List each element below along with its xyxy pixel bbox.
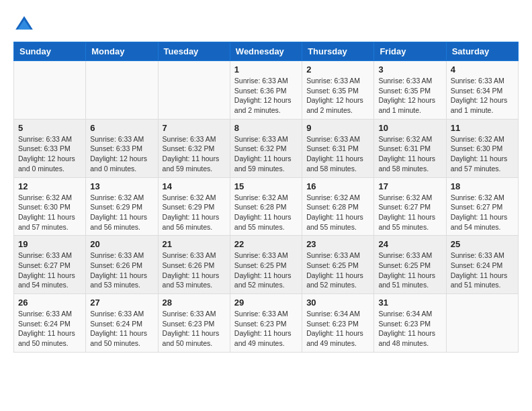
- calendar-cell: 1Sunrise: 6:33 AMSunset: 6:36 PMDaylight…: [230, 61, 302, 120]
- day-number: 9: [306, 123, 369, 133]
- day-info: Sunrise: 6:33 AMSunset: 6:27 PMDaylight:…: [18, 250, 81, 290]
- day-info: Sunrise: 6:32 AMSunset: 6:29 PMDaylight:…: [90, 193, 153, 232]
- day-number: 23: [306, 239, 369, 249]
- day-number: 13: [90, 181, 153, 191]
- days-of-week-row: SundayMondayTuesdayWednesdayThursdayFrid…: [14, 42, 519, 61]
- day-info: Sunrise: 6:33 AMSunset: 6:36 PMDaylight:…: [234, 76, 298, 116]
- day-number: 21: [163, 239, 226, 249]
- calendar-cell: 18Sunrise: 6:32 AMSunset: 6:27 PMDayligh…: [446, 177, 518, 236]
- day-number: 22: [234, 239, 298, 249]
- day-info: Sunrise: 6:33 AMSunset: 6:33 PMDaylight:…: [90, 134, 153, 174]
- calendar-cell: 16Sunrise: 6:32 AMSunset: 6:28 PMDayligh…: [302, 177, 374, 236]
- calendar-cell: 20Sunrise: 6:33 AMSunset: 6:26 PMDayligh…: [86, 236, 158, 294]
- calendar-week-row: 12Sunrise: 6:32 AMSunset: 6:30 PMDayligh…: [14, 177, 519, 236]
- calendar-header: SundayMondayTuesdayWednesdayThursdayFrid…: [14, 42, 519, 61]
- day-number: 15: [234, 181, 298, 191]
- day-info: Sunrise: 6:33 AMSunset: 6:32 PMDaylight:…: [163, 134, 226, 174]
- day-info: Sunrise: 6:32 AMSunset: 6:27 PMDaylight:…: [378, 193, 441, 232]
- day-number: 27: [90, 298, 153, 308]
- day-info: Sunrise: 6:32 AMSunset: 6:27 PMDaylight:…: [451, 193, 514, 232]
- day-number: 2: [306, 64, 369, 75]
- day-of-week-header: Tuesday: [158, 42, 230, 61]
- day-info: Sunrise: 6:33 AMSunset: 6:25 PMDaylight:…: [306, 250, 369, 290]
- calendar-body: 1Sunrise: 6:33 AMSunset: 6:36 PMDaylight…: [14, 61, 519, 353]
- day-number: 4: [451, 64, 514, 75]
- day-number: 31: [378, 298, 441, 308]
- calendar-week-row: 5Sunrise: 6:33 AMSunset: 6:33 PMDaylight…: [14, 119, 519, 177]
- calendar-cell: 11Sunrise: 6:32 AMSunset: 6:30 PMDayligh…: [446, 119, 518, 177]
- calendar-cell: 24Sunrise: 6:33 AMSunset: 6:25 PMDayligh…: [374, 236, 446, 294]
- day-number: 16: [306, 181, 369, 191]
- day-number: 24: [378, 239, 441, 249]
- calendar-cell: 27Sunrise: 6:33 AMSunset: 6:24 PMDayligh…: [86, 294, 158, 353]
- day-number: 3: [378, 64, 441, 75]
- day-of-week-header: Wednesday: [230, 42, 302, 61]
- calendar-cell: 3Sunrise: 6:33 AMSunset: 6:35 PMDaylight…: [374, 61, 446, 120]
- day-number: 7: [163, 123, 226, 133]
- day-of-week-header: Monday: [86, 42, 158, 61]
- day-of-week-header: Friday: [374, 42, 446, 61]
- logo: [13, 13, 39, 35]
- calendar-cell: 2Sunrise: 6:33 AMSunset: 6:35 PMDaylight…: [302, 61, 374, 120]
- day-info: Sunrise: 6:33 AMSunset: 6:24 PMDaylight:…: [18, 309, 81, 349]
- day-info: Sunrise: 6:32 AMSunset: 6:30 PMDaylight:…: [451, 134, 514, 174]
- day-info: Sunrise: 6:32 AMSunset: 6:30 PMDaylight:…: [18, 193, 81, 232]
- day-info: Sunrise: 6:33 AMSunset: 6:23 PMDaylight:…: [234, 309, 298, 349]
- calendar-cell: [14, 61, 86, 120]
- day-info: Sunrise: 6:32 AMSunset: 6:29 PMDaylight:…: [163, 193, 226, 232]
- day-info: Sunrise: 6:33 AMSunset: 6:34 PMDaylight:…: [451, 76, 514, 116]
- calendar-cell: 14Sunrise: 6:32 AMSunset: 6:29 PMDayligh…: [158, 177, 230, 236]
- page-header: [13, 13, 519, 35]
- day-number: 19: [18, 239, 81, 249]
- calendar-week-row: 26Sunrise: 6:33 AMSunset: 6:24 PMDayligh…: [14, 294, 519, 353]
- day-number: 18: [451, 181, 514, 191]
- day-info: Sunrise: 6:33 AMSunset: 6:23 PMDaylight:…: [163, 309, 226, 349]
- calendar-cell: 8Sunrise: 6:33 AMSunset: 6:32 PMDaylight…: [230, 119, 302, 177]
- calendar-cell: 13Sunrise: 6:32 AMSunset: 6:29 PMDayligh…: [86, 177, 158, 236]
- calendar-cell: 17Sunrise: 6:32 AMSunset: 6:27 PMDayligh…: [374, 177, 446, 236]
- calendar-cell: 5Sunrise: 6:33 AMSunset: 6:33 PMDaylight…: [14, 119, 86, 177]
- day-number: 10: [378, 123, 441, 133]
- day-info: Sunrise: 6:32 AMSunset: 6:28 PMDaylight:…: [234, 193, 298, 232]
- day-info: Sunrise: 6:33 AMSunset: 6:25 PMDaylight:…: [234, 250, 298, 290]
- day-info: Sunrise: 6:33 AMSunset: 6:24 PMDaylight:…: [90, 309, 153, 349]
- day-number: 29: [234, 298, 298, 308]
- day-info: Sunrise: 6:33 AMSunset: 6:31 PMDaylight:…: [306, 134, 369, 174]
- day-of-week-header: Sunday: [14, 42, 86, 61]
- calendar-cell: 29Sunrise: 6:33 AMSunset: 6:23 PMDayligh…: [230, 294, 302, 353]
- calendar-cell: 4Sunrise: 6:33 AMSunset: 6:34 PMDaylight…: [446, 61, 518, 120]
- calendar-week-row: 1Sunrise: 6:33 AMSunset: 6:36 PMDaylight…: [14, 61, 519, 120]
- day-number: 8: [234, 123, 298, 133]
- day-info: Sunrise: 6:32 AMSunset: 6:28 PMDaylight:…: [306, 193, 369, 232]
- day-number: 1: [234, 64, 298, 75]
- day-number: 11: [451, 123, 514, 133]
- calendar-cell: 19Sunrise: 6:33 AMSunset: 6:27 PMDayligh…: [14, 236, 86, 294]
- calendar-cell: 10Sunrise: 6:32 AMSunset: 6:31 PMDayligh…: [374, 119, 446, 177]
- day-info: Sunrise: 6:33 AMSunset: 6:26 PMDaylight:…: [90, 250, 153, 290]
- day-info: Sunrise: 6:34 AMSunset: 6:23 PMDaylight:…: [378, 309, 441, 349]
- calendar-cell: 15Sunrise: 6:32 AMSunset: 6:28 PMDayligh…: [230, 177, 302, 236]
- calendar-cell: 25Sunrise: 6:33 AMSunset: 6:24 PMDayligh…: [446, 236, 518, 294]
- day-number: 28: [163, 298, 226, 308]
- calendar-cell: 30Sunrise: 6:34 AMSunset: 6:23 PMDayligh…: [302, 294, 374, 353]
- day-number: 14: [163, 181, 226, 191]
- logo-icon: [13, 13, 35, 35]
- calendar-cell: 22Sunrise: 6:33 AMSunset: 6:25 PMDayligh…: [230, 236, 302, 294]
- day-number: 25: [451, 239, 514, 249]
- day-info: Sunrise: 6:33 AMSunset: 6:33 PMDaylight:…: [18, 134, 81, 174]
- calendar-cell: 28Sunrise: 6:33 AMSunset: 6:23 PMDayligh…: [158, 294, 230, 353]
- day-of-week-header: Saturday: [446, 42, 518, 61]
- day-number: 17: [378, 181, 441, 191]
- day-info: Sunrise: 6:33 AMSunset: 6:35 PMDaylight:…: [378, 76, 441, 116]
- calendar-cell: 31Sunrise: 6:34 AMSunset: 6:23 PMDayligh…: [374, 294, 446, 353]
- calendar-table: SundayMondayTuesdayWednesdayThursdayFrid…: [13, 42, 519, 353]
- day-info: Sunrise: 6:33 AMSunset: 6:35 PMDaylight:…: [306, 76, 369, 116]
- calendar-cell: 26Sunrise: 6:33 AMSunset: 6:24 PMDayligh…: [14, 294, 86, 353]
- calendar-cell: 21Sunrise: 6:33 AMSunset: 6:26 PMDayligh…: [158, 236, 230, 294]
- calendar-cell: [158, 61, 230, 120]
- calendar-cell: 6Sunrise: 6:33 AMSunset: 6:33 PMDaylight…: [86, 119, 158, 177]
- calendar-cell: 23Sunrise: 6:33 AMSunset: 6:25 PMDayligh…: [302, 236, 374, 294]
- calendar-cell: [86, 61, 158, 120]
- day-info: Sunrise: 6:33 AMSunset: 6:32 PMDaylight:…: [234, 134, 298, 174]
- day-of-week-header: Thursday: [302, 42, 374, 61]
